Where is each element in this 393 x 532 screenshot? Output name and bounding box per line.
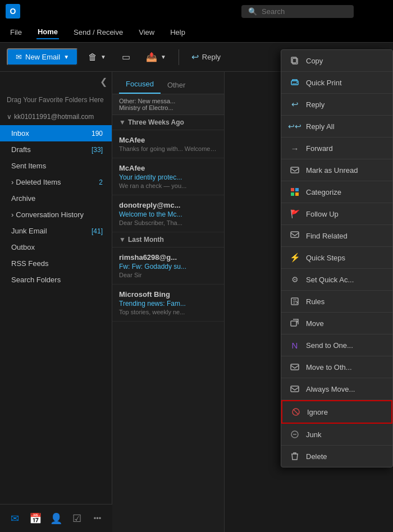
ctx-set-quick[interactable]: ⚙ Set Quick Ac... (281, 269, 392, 291)
set-quick-icon: ⚙ (289, 274, 300, 285)
move-ctx-icon (289, 318, 300, 329)
move-to-other-label: Move to Oth... (306, 363, 352, 372)
account-header[interactable]: ∨ kk01011991@hotmail.com (0, 108, 112, 125)
delete-dropdown-icon: ▼ (100, 54, 106, 60)
svg-rect-8 (291, 192, 294, 196)
search-bar[interactable]: 🔍 (241, 5, 354, 18)
ctx-ignore[interactable]: Ignore (281, 400, 392, 424)
section-last-month-arrow: ▼ (119, 236, 126, 244)
tab-focused[interactable]: Focused (119, 75, 161, 94)
folder-inbox[interactable]: Inbox 190 (0, 125, 112, 141)
ctx-delete[interactable]: Delete (281, 446, 392, 467)
menu-file[interactable]: File (9, 26, 23, 39)
ctx-mark-unread[interactable]: Mark as Unread (281, 159, 392, 181)
folder-drafts[interactable]: Drafts [33] (0, 141, 112, 158)
send-to-one-icon: N (289, 340, 300, 351)
favorite-folders-label: Drag Your Favorite Folders Here (0, 91, 112, 108)
folder-conversation-history[interactable]: › Conversation History (0, 207, 112, 223)
section-three-weeks-ago: ▼ Three Weeks Ago (112, 115, 224, 130)
mark-unread-icon (289, 164, 300, 176)
svg-rect-6 (291, 188, 294, 191)
tabs-row: Focused Other (112, 72, 224, 94)
search-input[interactable] (262, 7, 347, 16)
folder-junk[interactable]: Junk Email [41] (0, 223, 112, 239)
menu-view[interactable]: View (138, 26, 156, 39)
outlook-logo: O (6, 4, 20, 19)
move-to-other-icon (289, 361, 300, 373)
ctx-quick-print[interactable]: Quick Print (281, 72, 392, 94)
ctx-copy[interactable]: Copy (281, 50, 392, 72)
section-last-month: ▼ Last Month (112, 232, 224, 247)
quick-steps-label: Quick Steps (306, 254, 345, 262)
nav-more[interactable]: ••• (88, 508, 108, 529)
tab-other[interactable]: Other (161, 76, 193, 94)
section-arrow: ▼ (119, 118, 126, 126)
folder-rss[interactable]: RSS Feeds (0, 255, 112, 272)
email-item-bing[interactable]: Microsoft Bing Trending news: Fam... Top… (112, 285, 224, 322)
archive-button[interactable]: ▭ (116, 48, 136, 66)
svg-rect-13 (291, 364, 299, 370)
ctx-send-to-one[interactable]: N Send to One... (281, 334, 392, 356)
set-quick-label: Set Quick Ac... (306, 276, 354, 284)
ctx-forward[interactable]: → Forward (281, 137, 392, 159)
menu-home[interactable]: Home (36, 25, 59, 39)
copy-label: Copy (306, 57, 323, 65)
delete-button[interactable]: 🗑 ▼ (83, 49, 112, 66)
forward-icon: → (289, 143, 300, 154)
ctx-rules[interactable]: Rules (281, 291, 392, 313)
nav-people[interactable]: 👤 (46, 508, 66, 529)
mail-icon: ✉ (11, 512, 19, 525)
reply-ctx-icon: ↩ (289, 99, 300, 110)
email-item-donotreply[interactable]: donotreply@mc... Welcome to the Mc... De… (112, 195, 224, 232)
ctx-categorize[interactable]: Categorize (281, 181, 392, 203)
folder-search[interactable]: Search Folders (0, 272, 112, 288)
rules-icon (289, 296, 300, 307)
collapse-button[interactable]: ❮ (0, 76, 112, 91)
reply-button[interactable]: ↩ Reply (186, 48, 226, 66)
reply-all-label: Reply All (306, 122, 335, 131)
ctx-quick-steps[interactable]: ⚡ Quick Steps (281, 247, 392, 269)
nav-mail[interactable]: ✉ (4, 508, 25, 529)
new-email-button[interactable]: ✉ New Email ▼ (7, 48, 78, 66)
email-item-mcafee-2[interactable]: McAfee Your identity protec... We ran a … (112, 158, 224, 195)
email-item-rimsha[interactable]: rimsha6298@g... Fw: Fw: Godaddy su... De… (112, 247, 224, 285)
junk-icon (289, 429, 300, 440)
archive-icon: ▭ (122, 52, 130, 62)
ctx-junk[interactable]: Junk (281, 424, 392, 446)
folder-deleted[interactable]: › Deleted Items 2 (0, 174, 112, 190)
context-menu: Copy Quick Print ↩ Reply ↩↩ Reply All → … (281, 49, 393, 467)
folder-deleted-arrow: › (11, 178, 13, 186)
move-icon: 📤 (146, 52, 157, 62)
email-item-mcafee-1[interactable]: McAfee Thanks for going with... Welcome!… (112, 130, 224, 158)
other-email-banner[interactable]: Other: New messa... Ministry of Electro.… (112, 94, 224, 115)
forward-label: Forward (306, 144, 333, 153)
folder-outbox[interactable]: Outbox (0, 239, 112, 255)
svg-rect-7 (295, 188, 299, 191)
ctx-find-related[interactable]: Find Related (281, 225, 392, 247)
svg-rect-3 (293, 83, 297, 84)
ctx-move-to-other[interactable]: Move to Oth... (281, 356, 392, 378)
find-related-label: Find Related (306, 232, 348, 240)
other-banner-sub: Ministry of Electro... (119, 104, 217, 111)
ctx-reply-all[interactable]: ↩↩ Reply All (281, 116, 392, 137)
folder-archive[interactable]: Archive (0, 190, 112, 207)
find-related-icon (289, 230, 300, 241)
move-button[interactable]: 📤 ▼ (140, 48, 172, 66)
nav-calendar[interactable]: 📅 (25, 508, 45, 529)
menu-help[interactable]: Help (169, 26, 186, 39)
title-bar: O 🔍 (0, 0, 393, 22)
categorize-label: Categorize (306, 188, 341, 196)
follow-up-icon: 🚩 (289, 208, 300, 219)
ctx-always-move[interactable]: Always Move... (281, 378, 392, 400)
ctx-follow-up[interactable]: 🚩 Follow Up (281, 203, 392, 225)
menu-send-receive[interactable]: Send / Receive (72, 26, 124, 39)
quick-steps-icon: ⚡ (289, 252, 300, 263)
svg-rect-5 (291, 167, 299, 173)
calendar-icon: 📅 (29, 512, 42, 525)
folder-sent[interactable]: Sent Items (0, 158, 112, 174)
ctx-move[interactable]: Move (281, 313, 392, 334)
svg-rect-10 (291, 232, 299, 237)
mark-unread-label: Mark as Unread (306, 166, 358, 175)
ctx-reply[interactable]: ↩ Reply (281, 94, 392, 116)
nav-tasks[interactable]: ☑ (67, 508, 87, 529)
